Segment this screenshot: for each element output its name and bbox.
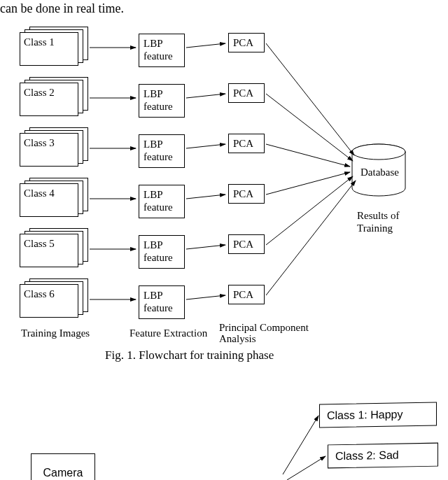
lbp-box-3: LBP feature [139, 134, 185, 168]
svg-line-19 [266, 181, 356, 295]
class-label: Class 5 [24, 238, 55, 250]
pca-label: PCA [233, 138, 253, 149]
lbp-box-6: LBP feature [139, 285, 185, 319]
class-label: Class 4 [24, 188, 55, 199]
class-label: Class 2 [24, 87, 55, 99]
pca-box-5: PCA [228, 234, 265, 254]
pca-box-4: PCA [228, 184, 265, 204]
svg-line-9 [186, 94, 225, 98]
lbp-line2: feature [144, 302, 173, 313]
pca-box-2: PCA [228, 83, 265, 103]
svg-line-11 [186, 195, 225, 199]
class-stack-4: Class 4 [20, 178, 90, 216]
class-label: Class 3 [24, 137, 55, 149]
lbp-box-4: LBP feature [139, 185, 185, 218]
lbp-line1: LBP [144, 139, 163, 150]
class-box-sad: Class 2: Sad [328, 443, 438, 469]
svg-line-16 [266, 144, 350, 167]
pca-label: PCA [233, 239, 253, 250]
class-stack-5: Class 5 [20, 228, 90, 266]
svg-line-12 [186, 245, 225, 249]
pca-box-6: PCA [228, 285, 265, 304]
lbp-line2: feature [144, 101, 173, 112]
lbp-line2: feature [144, 151, 173, 162]
lbp-line1: LBP [144, 290, 163, 301]
lbp-box-1: LBP feature [139, 34, 185, 67]
class-box-label: Class 1: Happy [327, 408, 403, 422]
svg-line-13 [186, 295, 225, 299]
col-label-training: Training Images [21, 327, 90, 339]
class-label: Class 1 [24, 36, 55, 48]
class-stack-2: Class 2 [20, 77, 90, 115]
camera-label: Camera [43, 467, 83, 479]
db-caption-2: Training [357, 223, 393, 234]
body-text: can be done in real time. [0, 1, 124, 16]
database-label: Database [360, 167, 399, 178]
db-caption-1: Results of [357, 210, 399, 222]
page: can be done in real time. Class 1 LBP fe… [0, 0, 448, 480]
class-stack-3: Class 3 [20, 127, 90, 165]
lbp-line2: feature [144, 202, 173, 213]
camera-box: Camera [31, 453, 95, 480]
lbp-box-2: LBP feature [139, 84, 185, 118]
class-label: Class 6 [24, 288, 55, 300]
svg-line-14 [266, 43, 354, 155]
class-box-label: Class 2: Sad [335, 449, 399, 463]
col-label-feature: Feature Extraction [130, 327, 207, 339]
svg-line-21 [287, 456, 326, 480]
pca-label: PCA [233, 87, 253, 99]
svg-line-17 [266, 172, 350, 195]
pca-label: PCA [233, 37, 253, 48]
svg-line-18 [266, 176, 353, 245]
pca-box-3: PCA [228, 134, 265, 153]
svg-line-15 [266, 94, 353, 161]
class-stack-6: Class 6 [20, 278, 90, 316]
svg-line-20 [283, 416, 318, 474]
lbp-line1: LBP [144, 88, 163, 99]
class-stack-1: Class 1 [20, 27, 90, 64]
lbp-line1: LBP [144, 38, 163, 49]
svg-line-10 [186, 144, 225, 148]
lbp-box-5: LBP feature [139, 235, 185, 269]
svg-point-1 [352, 144, 405, 160]
lbp-line1: LBP [144, 239, 163, 250]
class-box-happy: Class 1: Happy [319, 402, 437, 428]
pca-label: PCA [233, 188, 253, 199]
lbp-line2: feature [144, 50, 173, 62]
lbp-line2: feature [144, 252, 173, 263]
col-label-pca2: Analysis [219, 333, 256, 345]
pca-label: PCA [233, 289, 253, 300]
svg-line-8 [186, 43, 225, 48]
pca-box-1: PCA [228, 33, 265, 52]
col-label-pca1: Principal Component [219, 322, 309, 334]
lbp-line1: LBP [144, 189, 163, 200]
figure-caption: Fig. 1. Flowchart for training phase [105, 348, 274, 362]
